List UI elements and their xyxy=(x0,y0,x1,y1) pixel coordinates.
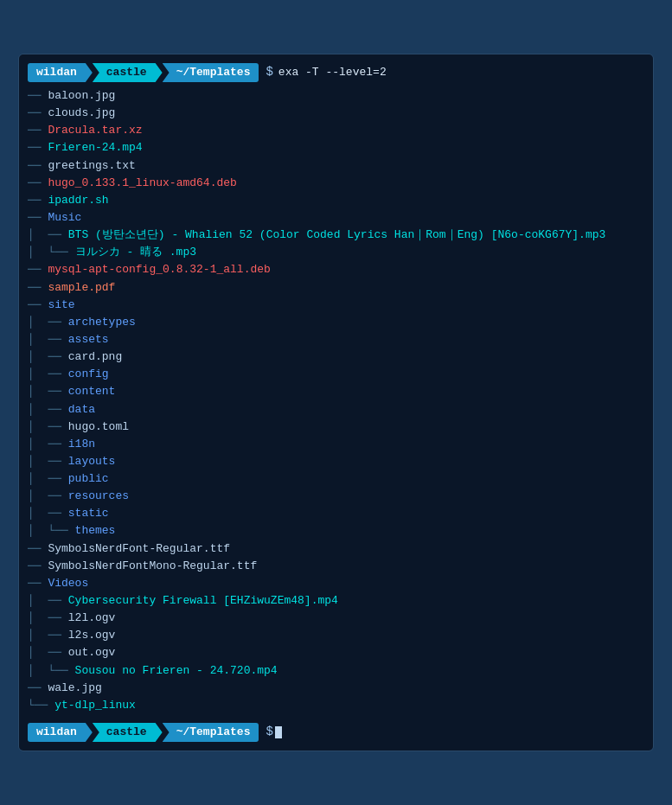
tree-row: │ ── public xyxy=(28,470,644,488)
tree-row: │ ── BTS (방탄소년단) - Whalien 52 (Color Cod… xyxy=(28,227,644,244)
tree-row: ── SymbolsNerdFontMono-Regular.ttf xyxy=(28,558,644,575)
file-name: yt-dlp_linux xyxy=(54,697,136,714)
tree-row: ── Frieren-24.mp4 xyxy=(28,139,644,157)
prompt-dollar-2: $ xyxy=(266,723,272,742)
terminal-body: wildan castle ~/Templates $ exa -T --lev… xyxy=(19,54,653,751)
file-name: public xyxy=(68,470,109,488)
tree-output: ── baloon.jpg── clouds.jpg── Dracula.tar… xyxy=(19,84,653,718)
tree-row: ── Dracula.tar.xz xyxy=(28,122,644,139)
file-name: out.ogv xyxy=(68,644,116,661)
tree-row: │ ── i18n xyxy=(28,436,644,453)
tree-row: ── Music xyxy=(28,209,644,227)
tree-row: │ └── Sousou no Frieren - 24.720.mp4 xyxy=(28,662,644,680)
tree-row: │ ── resources xyxy=(28,488,644,505)
file-name: archetypes xyxy=(68,314,136,331)
file-name: Frieren-24.mp4 xyxy=(48,139,142,157)
tree-row: ── mysql-apt-config_0.8.32-1_all.deb xyxy=(28,261,644,278)
tree-row: ── ipaddr.sh xyxy=(28,192,644,209)
file-name: mysql-apt-config_0.8.32-1_all.deb xyxy=(48,261,270,278)
prompt-path-1: ~/Templates xyxy=(163,63,259,82)
tree-row: │ ── out.ogv xyxy=(28,644,644,661)
file-name: clouds.jpg xyxy=(48,105,115,122)
prompt-user-1: wildan xyxy=(28,63,93,82)
file-name: BTS (방탄소년단) - Whalien 52 (Color Coded Ly… xyxy=(68,227,606,244)
file-name: SymbolsNerdFontMono-Regular.ttf xyxy=(48,558,257,575)
file-name: card.png xyxy=(68,348,122,366)
tree-row: │ ── layouts xyxy=(28,453,644,470)
file-name: config xyxy=(68,366,109,383)
tree-row: ── SymbolsNerdFont-Regular.ttf xyxy=(28,540,644,558)
file-name: i18n xyxy=(68,436,95,453)
cursor xyxy=(275,726,282,738)
tree-row: │ ── Cybersecurity Firewall [EHZiwuZEm48… xyxy=(28,592,644,610)
file-name: site xyxy=(48,297,74,314)
file-name: themes xyxy=(75,522,116,540)
tree-row: │ ── config xyxy=(28,366,644,383)
file-name: content xyxy=(68,383,116,400)
tree-row: ── clouds.jpg xyxy=(28,105,644,122)
prompt-user-2: wildan xyxy=(28,723,93,742)
file-name: Dracula.tar.xz xyxy=(48,122,142,139)
file-name: wale.jpg xyxy=(48,680,101,697)
prompt-path-2: ~/Templates xyxy=(163,723,259,742)
file-name: ipaddr.sh xyxy=(48,192,108,209)
prompt-host-2: castle xyxy=(93,723,163,742)
tree-row: ── hugo_0.133.1_linux-amd64.deb xyxy=(28,175,644,192)
file-name: greetings.txt xyxy=(48,157,135,175)
file-name: Music xyxy=(48,209,81,227)
file-name: layouts xyxy=(68,453,116,470)
tree-row: │ ── static xyxy=(28,505,644,522)
file-name: assets xyxy=(68,331,109,348)
file-name: Videos xyxy=(48,575,88,592)
file-name: sample.pdf xyxy=(48,279,115,297)
file-name: data xyxy=(68,401,95,418)
tree-row: │ └── ヨルシカ - 晴る .mp3 xyxy=(28,244,644,261)
tree-row: └── yt-dlp_linux xyxy=(28,697,644,714)
prompt-line-1: wildan castle ~/Templates $ exa -T --lev… xyxy=(19,61,653,84)
tree-row: │ ── l2l.ogv xyxy=(28,610,644,627)
tree-row: │ └── themes xyxy=(28,522,644,540)
prompt-dollar-1: $ xyxy=(266,63,272,82)
terminal-window: wildan castle ~/Templates $ exa -T --lev… xyxy=(18,54,654,751)
file-name: l2l.ogv xyxy=(68,610,116,627)
tree-row: │ ── hugo.toml xyxy=(28,418,644,436)
tree-row: ── greetings.txt xyxy=(28,157,644,175)
file-name: static xyxy=(68,505,109,522)
tree-row: ── Videos xyxy=(28,575,644,592)
tree-row: │ ── data xyxy=(28,401,644,418)
file-name: Cybersecurity Firewall [EHZiwuZEm48].mp4 xyxy=(68,592,338,610)
prompt-line-2: wildan castle ~/Templates $ xyxy=(19,721,653,744)
file-name: SymbolsNerdFont-Regular.ttf xyxy=(48,540,230,558)
tree-row: ── wale.jpg xyxy=(28,680,644,697)
tree-row: │ ── assets xyxy=(28,331,644,348)
file-name: l2s.ogv xyxy=(68,627,116,644)
file-name: Sousou no Frieren - 24.720.mp4 xyxy=(75,662,278,680)
tree-row: │ ── card.png xyxy=(28,348,644,366)
file-name: ヨルシカ - 晴る .mp3 xyxy=(75,244,196,261)
file-name: resources xyxy=(68,488,129,505)
tree-row: │ ── archetypes xyxy=(28,314,644,331)
tree-row: ── sample.pdf xyxy=(28,279,644,297)
prompt-host-1: castle xyxy=(93,63,163,82)
tree-row: ── baloon.jpg xyxy=(28,87,644,105)
tree-row: ── site xyxy=(28,297,644,314)
command-text: exa -T --level=2 xyxy=(278,64,387,81)
tree-row: │ ── content xyxy=(28,383,644,400)
tree-row: │ ── l2s.ogv xyxy=(28,627,644,644)
file-name: hugo_0.133.1_linux-amd64.deb xyxy=(48,175,236,192)
file-name: baloon.jpg xyxy=(48,87,115,105)
file-name: hugo.toml xyxy=(68,418,129,436)
